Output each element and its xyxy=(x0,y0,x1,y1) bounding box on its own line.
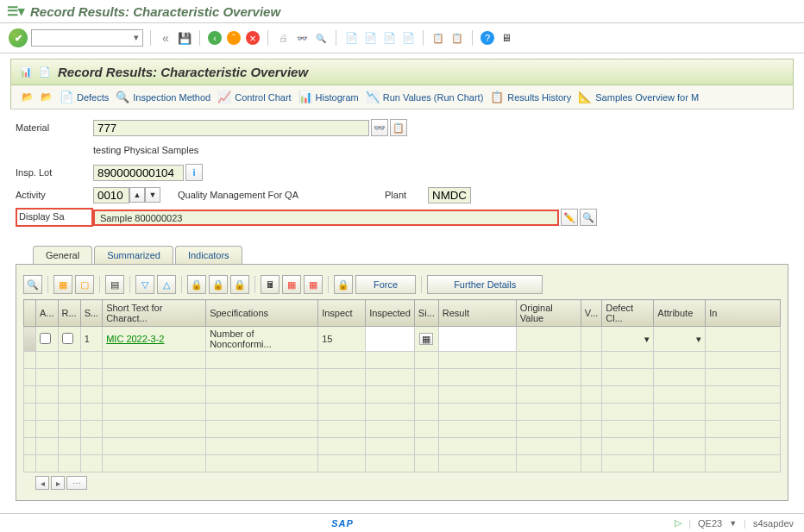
enter-button[interactable]: ✔ xyxy=(9,28,28,47)
form-area: Material 👓 📋 testing Physical Samples In… xyxy=(0,110,804,239)
samples-overview-button[interactable]: 📐Samples Overview for M xyxy=(578,91,699,103)
panel-title: Record Results: Characteristic Overview xyxy=(58,65,308,79)
panel-icon1[interactable]: 📊 xyxy=(20,66,32,78)
back-history-icon[interactable] xyxy=(158,30,173,46)
help-icon[interactable] xyxy=(480,30,495,46)
plant-field[interactable] xyxy=(428,187,471,203)
col-specifications[interactable]: Specifications xyxy=(206,300,318,327)
shortcut-icon[interactable]: 📋 xyxy=(449,30,465,46)
scroll-left-icon[interactable]: ◂ xyxy=(35,476,49,490)
first-page-icon[interactable] xyxy=(343,30,359,46)
sort-asc-icon[interactable]: ▤ xyxy=(105,275,124,294)
collapse-icon[interactable]: 📂 xyxy=(41,91,53,103)
cell-inspected[interactable] xyxy=(366,327,415,352)
col-r[interactable]: R... xyxy=(58,300,80,327)
defects-button[interactable]: 📄Defects xyxy=(60,91,109,103)
run-values-button[interactable]: 📉Run Values (Run Chart) xyxy=(366,91,484,103)
grid2-icon[interactable]: ▦ xyxy=(304,275,323,294)
col-in[interactable]: In xyxy=(706,300,781,327)
cell-r[interactable] xyxy=(58,327,80,352)
col-s[interactable]: S... xyxy=(80,300,103,327)
material-copy-button[interactable]: 📋 xyxy=(390,119,407,136)
col-result[interactable]: Result xyxy=(438,300,516,327)
results-history-button[interactable]: 📋Results History xyxy=(490,91,571,103)
separator xyxy=(423,30,424,46)
col-si[interactable]: Si... xyxy=(414,300,438,327)
col-a[interactable]: A... xyxy=(36,300,59,327)
lock-main-icon[interactable]: 🔒 xyxy=(334,275,353,294)
main-toolbar: ✔ 📋 📋 xyxy=(0,23,804,53)
activity-down-button[interactable]: ▼ xyxy=(145,187,160,203)
cell-si[interactable]: ▦ xyxy=(414,327,438,352)
tab-summarized[interactable]: Summarized xyxy=(94,246,173,264)
expand-icon[interactable]: 📂 xyxy=(22,91,34,103)
grid1-icon[interactable]: ▦ xyxy=(282,275,301,294)
tab-general[interactable]: General xyxy=(33,246,92,264)
status-arrow-icon[interactable]: ▷ xyxy=(675,517,682,529)
mic-link[interactable]: MIC 2022-3-2 xyxy=(106,334,164,344)
cell-defect[interactable]: ▾ xyxy=(602,327,654,352)
col-attribute[interactable]: Attribute xyxy=(654,300,706,327)
cell-s: 1 xyxy=(80,327,103,352)
col-v[interactable]: V... xyxy=(581,300,602,327)
further-details-button[interactable]: Further Details xyxy=(427,275,543,294)
cell-original xyxy=(516,327,581,352)
checkbox-a[interactable] xyxy=(40,333,51,344)
command-field[interactable] xyxy=(31,29,143,47)
row-selector-header[interactable] xyxy=(24,300,36,327)
si-button-icon[interactable]: ▦ xyxy=(419,333,433,345)
insp-lot-info-button[interactable]: i xyxy=(185,164,203,181)
panel-icon2[interactable]: 📄 xyxy=(39,66,51,78)
view-sample-button[interactable]: 🔍 xyxy=(580,209,597,226)
col-defect[interactable]: Defect Cl... xyxy=(602,300,654,327)
lock2-icon[interactable]: 🔒 xyxy=(209,275,228,294)
layout-icon[interactable] xyxy=(499,30,514,46)
cell-short-text[interactable]: MIC 2022-3-2 xyxy=(103,327,206,352)
next-page-icon[interactable] xyxy=(381,30,397,46)
activity-up-button[interactable]: ▲ xyxy=(129,187,145,203)
cell-attribute[interactable]: ▾ xyxy=(654,327,706,352)
system-text: s4sapdev xyxy=(753,518,794,529)
table-row[interactable]: 1 MIC 2022-3-2 Number of Nonconformi... … xyxy=(24,327,781,352)
new-session-icon[interactable]: 📋 xyxy=(430,30,446,46)
lock3-icon[interactable]: 🔒 xyxy=(230,275,249,294)
activity-field[interactable] xyxy=(93,187,129,203)
scroll-right-icon[interactable]: ▸ xyxy=(51,476,65,490)
col-config-icon[interactable]: ⋯ xyxy=(66,476,87,490)
menu-icon[interactable]: ☰▾ xyxy=(7,3,25,19)
plant-label: Plant xyxy=(385,190,428,200)
cell-result[interactable] xyxy=(438,327,516,352)
material-field[interactable] xyxy=(93,120,369,136)
select-all-icon[interactable]: ▦ xyxy=(53,275,72,294)
col-up-icon[interactable]: ▽ xyxy=(135,275,154,294)
deselect-icon[interactable]: ▢ xyxy=(75,275,94,294)
col-down-icon[interactable]: △ xyxy=(157,275,176,294)
details-icon[interactable]: 🔍 xyxy=(23,275,42,294)
col-inspect[interactable]: Inspect xyxy=(318,300,366,327)
save-icon[interactable] xyxy=(177,30,192,46)
checkbox-r[interactable] xyxy=(62,333,73,344)
back-icon[interactable] xyxy=(207,30,223,46)
material-search-button[interactable]: 👓 xyxy=(371,119,388,136)
col-original[interactable]: Original Value xyxy=(516,300,581,327)
panel-header: 📊 📄 Record Results: Characteristic Overv… xyxy=(10,59,794,85)
col-inspected[interactable]: Inspected xyxy=(366,300,415,327)
edit-sample-button[interactable]: ✏️ xyxy=(561,209,578,226)
exit-icon[interactable] xyxy=(226,30,242,46)
prev-page-icon[interactable] xyxy=(362,30,378,46)
sap-logo: SAP xyxy=(331,518,354,529)
insp-lot-field[interactable] xyxy=(93,165,184,181)
table-row xyxy=(24,386,781,404)
inspection-method-button[interactable]: 🔍Inspection Method xyxy=(116,91,210,103)
control-chart-button[interactable]: 📈Control Chart xyxy=(217,91,291,103)
tab-indicators[interactable]: Indicators xyxy=(175,246,242,264)
calc-icon[interactable]: 🖩 xyxy=(261,275,280,294)
last-page-icon[interactable] xyxy=(400,30,416,46)
histogram-button[interactable]: 📊Histogram xyxy=(298,91,359,103)
cancel-icon[interactable] xyxy=(245,30,261,46)
force-button[interactable]: Force xyxy=(355,275,416,294)
cell-a[interactable] xyxy=(36,327,59,352)
lock1-icon[interactable]: 🔒 xyxy=(187,275,206,294)
row-selector[interactable] xyxy=(24,327,36,352)
col-short-text[interactable]: Short Text for Charact... xyxy=(103,300,206,327)
